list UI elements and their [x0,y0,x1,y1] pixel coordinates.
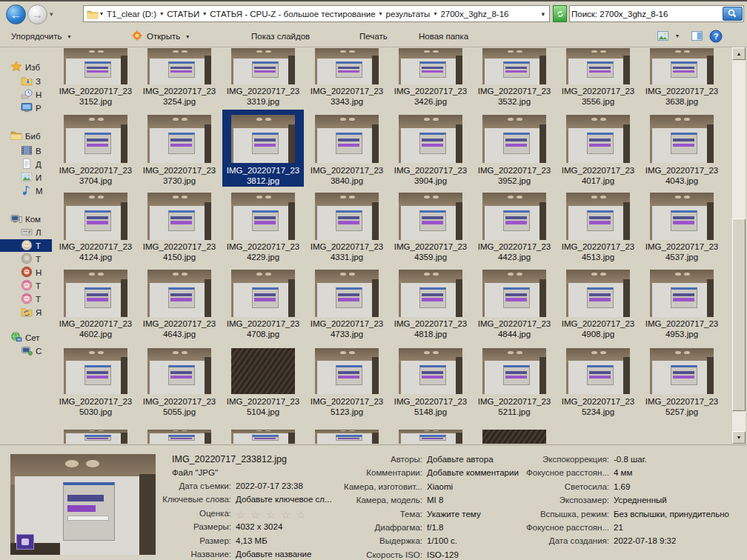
back-button[interactable]: ← [6,4,26,24]
file-item[interactable]: IMG_20220717_233426.jpg [390,47,471,110]
sidebar-item-17[interactable]: Сет [0,331,52,344]
file-item[interactable]: IMG_20220717_234818.jpg [390,265,471,342]
toolbar-button-упорядочить[interactable]: Упорядочить▾ [6,28,76,44]
breadcrumb-segment[interactable]: СТАТЬЯ - CPU-Z - большое тестирование [208,10,377,19]
photo-monitor-edge [540,279,546,317]
sidebar-item-7[interactable]: И [0,171,52,184]
sidebar-item-1[interactable]: З [0,75,52,87]
file-item[interactable]: IMG_20220717_235055.jpg [139,344,220,421]
vertical-scrollbar[interactable]: ▲ ▼ [732,47,746,444]
sidebar-item-13[interactable]: Н [0,266,52,279]
sidebar-item-6[interactable]: Д [0,158,52,170]
toolbar-button-новая-папка[interactable]: Новая папка [414,28,474,44]
toolbar-button-печать[interactable]: Печать [354,28,393,44]
toolbar-button-показ-слайдов[interactable]: Показ слайдов [246,28,315,44]
file-item[interactable]: IMG_20220717_234124.jpg [55,188,136,265]
file-item[interactable]: IMG_20220717_233840.jpg [306,110,388,187]
forward-button[interactable]: → [27,4,47,24]
file-item[interactable]: IMG_20220717_234844.jpg [474,265,555,342]
file-item[interactable]: IMG_20220717_234359.jpg [390,188,471,265]
breadcrumb-separator-icon[interactable]: ▾ [159,10,165,17]
views-dropdown-icon[interactable]: ▾ [676,33,689,46]
file-item[interactable]: IMG_20220717_234423.jpg [474,188,555,265]
photo-monitor-edge [456,433,462,444]
file-item[interactable]: IMG_20220717_233556.jpg [557,47,639,110]
file-item[interactable]: IMG_20220717_234150.jpg [139,188,220,265]
address-dropdown-icon[interactable]: ▾ [541,10,546,18]
search-input[interactable] [571,7,720,21]
recent-pages-chevron-icon[interactable]: ▾ [50,10,53,18]
breadcrumb-segment[interactable]: СТАТЬИ [165,10,202,19]
breadcrumb-separator-icon[interactable]: ▾ [202,10,208,17]
toolbar-button-открыть[interactable]: Открыть▾ [126,28,194,44]
cpuz-row [673,70,694,73]
sidebar-item-3[interactable]: Р [0,101,52,114]
breadcrumb-segment[interactable]: T1_clear (D:) [104,10,159,19]
file-item-selected[interactable]: IMG_20220717_233812.jpg [222,110,304,187]
file-item-partial[interactable] [55,428,136,444]
file-item[interactable]: IMG_20220717_233952.jpg [474,110,555,187]
sidebar-item-4[interactable]: Биб [0,130,52,142]
sidebar-item-16[interactable]: Я [0,306,52,319]
file-item[interactable]: IMG_20220717_235234.jpg [557,344,639,421]
breadcrumb-segment[interactable]: 2700x_3ghz_8-16 [438,10,511,19]
file-item[interactable]: IMG_20220717_234331.jpg [306,188,388,265]
file-item-partial[interactable] [474,428,555,444]
file-item[interactable]: IMG_20220717_233343.jpg [306,47,388,110]
file-item[interactable]: IMG_20220717_233152.jpg [55,47,136,110]
search-button[interactable] [723,7,743,21]
file-item-partial[interactable] [306,428,388,444]
sidebar-item-11-selected[interactable]: Т [0,239,52,252]
sidebar-item-2[interactable]: Н [0,88,52,101]
scrollbar-thumb[interactable] [732,219,746,411]
file-item[interactable]: IMG_20220717_233319.jpg [222,47,304,110]
file-item[interactable]: IMG_20220717_235123.jpg [306,344,388,421]
sidebar-item-14[interactable]: Т [0,279,52,292]
file-item[interactable]: IMG_20220717_233638.jpg [641,47,723,110]
file-item[interactable]: IMG_20220717_233730.jpg [139,110,220,187]
file-item[interactable]: IMG_20220717_234043.jpg [641,110,723,187]
sidebar-item-15[interactable]: Т [0,293,52,305]
file-item[interactable]: IMG_20220717_234229.jpg [222,188,304,265]
file-item[interactable]: IMG_20220717_234513.jpg [557,188,639,265]
file-item[interactable]: IMG_20220717_233254.jpg [139,47,220,110]
file-item[interactable]: IMG_20220717_234017.jpg [557,110,639,187]
file-item[interactable]: IMG_20220717_234643.jpg [139,265,220,342]
help-button[interactable]: ? [709,30,723,43]
file-item-partial[interactable] [139,428,220,444]
file-item[interactable]: IMG_20220717_234953.jpg [641,265,723,342]
thumbnail-photo [315,348,379,394]
file-item[interactable]: IMG_20220717_234733.jpg [306,265,388,342]
file-item[interactable]: IMG_20220717_234708.jpg [222,265,304,342]
sidebar-item-8[interactable]: М [0,184,52,197]
breadcrumb-separator-icon[interactable]: ▾ [99,10,104,17]
breadcrumb-separator-icon[interactable]: ▾ [432,10,438,17]
file-item[interactable]: IMG_20220717_233532.jpg [474,47,555,110]
refresh-button[interactable] [553,5,567,22]
file-item[interactable]: IMG_20220717_235257.jpg [641,344,723,421]
breadcrumb[interactable]: ▾T1_clear (D:)▾СТАТЬИ▾СТАТЬЯ - CPU-Z - б… [83,5,550,22]
file-item[interactable]: IMG_20220717_234908.jpg [557,265,639,342]
preview-pane-button[interactable] [691,30,704,43]
breadcrumb-segment[interactable]: результаты [384,10,433,19]
file-item[interactable]: IMG_20220717_235211.jpg [474,344,555,421]
views-button[interactable] [657,30,670,43]
file-item[interactable]: IMG_20220717_235030.jpg [55,344,136,421]
file-item-partial[interactable] [390,428,471,444]
file-item[interactable]: IMG_20220717_233904.jpg [390,110,471,187]
scroll-up-button[interactable]: ▲ [732,47,746,60]
breadcrumb-separator-icon[interactable]: ▾ [378,10,384,17]
file-item[interactable]: IMG_20220717_235148.jpg [390,344,471,421]
sidebar-item-5[interactable]: В [0,144,52,157]
file-item-partial[interactable] [222,428,304,444]
sidebar-item-18[interactable]: С [0,344,52,357]
sidebar-item-0[interactable]: Изб [0,61,52,73]
file-item[interactable]: IMG_20220717_234537.jpg [641,188,723,265]
file-item[interactable]: IMG_20220717_233704.jpg [55,110,136,187]
sidebar-item-12[interactable]: Т [0,253,52,265]
file-item[interactable]: IMG_20220717_235104.jpg [222,344,304,421]
sidebar-item-10[interactable]: Л [0,226,52,239]
sidebar-item-9[interactable]: Ком [0,213,52,225]
file-item[interactable]: IMG_20220717_234602.jpg [55,265,136,342]
scroll-down-button[interactable]: ▼ [732,431,746,444]
